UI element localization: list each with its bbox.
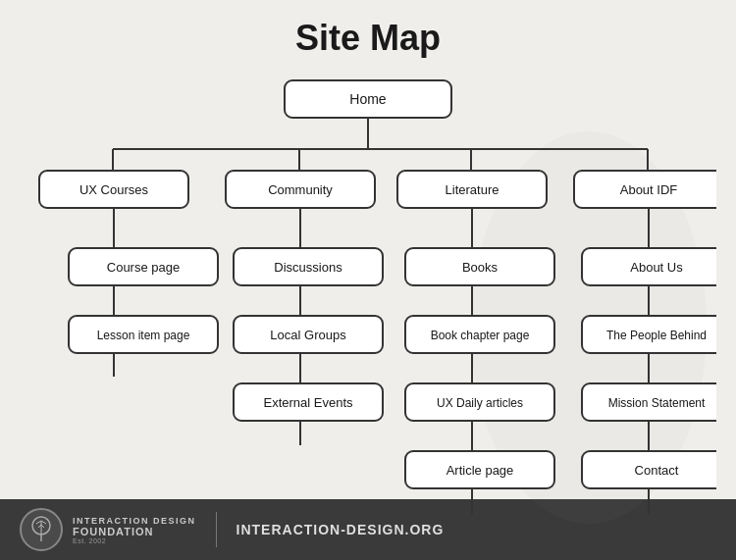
logo-sub-text: Est. 2002 xyxy=(73,537,196,544)
about-us-label: About Us xyxy=(630,260,683,275)
page-title: Site Map xyxy=(20,18,716,59)
book-chapter-page-label: Book chapter page xyxy=(431,329,530,342)
discussions-label: Discussions xyxy=(274,260,342,275)
community-label: Community xyxy=(268,182,333,197)
mission-statement-label: Mission Statement xyxy=(608,396,706,410)
local-groups-label: Local Groups xyxy=(270,328,346,342)
contact-label: Contact xyxy=(635,463,679,478)
external-events-label: External Events xyxy=(263,395,353,410)
the-people-behind-label: The People Behind xyxy=(606,329,707,342)
lesson-item-page-label: Lesson item page xyxy=(97,329,190,342)
sitemap-diagram: Home UX Courses Community Literature Abo… xyxy=(20,73,716,524)
ux-daily-articles-label: UX Daily articles xyxy=(437,396,523,410)
ux-courses-label: UX Courses xyxy=(79,182,149,197)
course-page-label: Course page xyxy=(107,260,180,275)
home-label: Home xyxy=(349,91,387,107)
literature-label: Literature xyxy=(446,182,499,197)
main-content: Site Map Home UX Courses Community Liter… xyxy=(0,0,736,528)
article-page-label: Article page xyxy=(447,463,514,478)
about-idf-label: About IDF xyxy=(620,182,678,197)
books-label: Books xyxy=(462,260,499,275)
